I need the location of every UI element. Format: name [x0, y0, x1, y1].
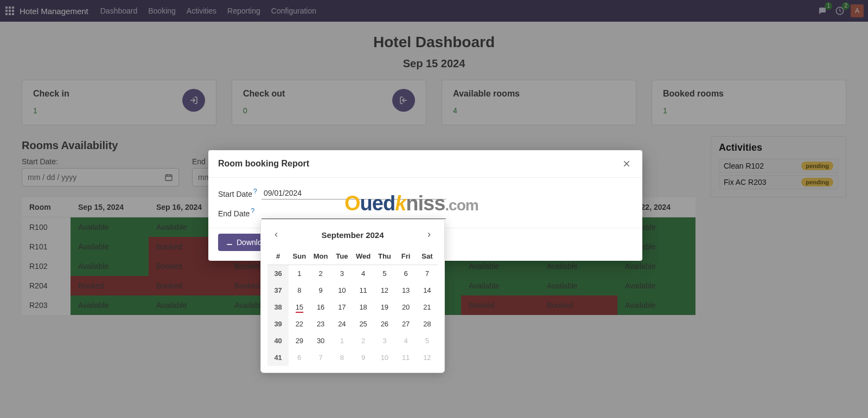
picker-day[interactable]: 4 — [353, 265, 374, 282]
picker-dow-header: Thu — [374, 248, 395, 265]
picker-day[interactable]: 10 — [331, 282, 353, 299]
picker-day[interactable]: 1 — [289, 265, 310, 282]
picker-day[interactable]: 14 — [417, 282, 438, 299]
picker-day[interactable]: 5 — [374, 265, 395, 282]
modal-title: Room booking Report — [218, 159, 309, 169]
picker-dow-header: Sat — [417, 248, 438, 265]
picker-day[interactable]: 2 — [310, 265, 331, 282]
modal-start-date-label: Start Date? — [218, 188, 261, 198]
close-icon — [622, 159, 631, 168]
picker-day[interactable]: 27 — [395, 316, 417, 332]
picker-day[interactable]: 22 — [289, 316, 310, 332]
picker-week-number: 37 — [267, 282, 289, 299]
picker-day[interactable]: 13 — [395, 282, 417, 299]
picker-day[interactable]: 3 — [331, 265, 353, 282]
picker-week-number: 38 — [267, 299, 289, 316]
modal-end-date-input[interactable] — [261, 206, 446, 219]
picker-dow-header: Mon — [310, 248, 331, 265]
picker-day[interactable]: 17 — [331, 299, 353, 316]
modal-close-button[interactable] — [621, 158, 633, 170]
modal-start-date-input[interactable] — [261, 187, 446, 200]
picker-day[interactable]: 6 — [289, 349, 310, 366]
date-picker: September 2024 #SunMonTueWedThuFriSat 36… — [260, 219, 445, 373]
download-icon — [226, 239, 233, 246]
picker-dow-header: Fri — [395, 248, 417, 265]
picker-day[interactable]: 9 — [353, 349, 374, 366]
picker-week-number: 36 — [267, 265, 289, 282]
picker-day[interactable]: 11 — [353, 282, 374, 299]
picker-day[interactable]: 30 — [310, 332, 331, 349]
picker-day[interactable]: 9 — [310, 282, 331, 299]
picker-next-button[interactable] — [423, 228, 436, 241]
picker-day[interactable]: 6 — [395, 265, 417, 282]
picker-dow-header: Wed — [353, 248, 374, 265]
picker-day[interactable]: 12 — [374, 282, 395, 299]
picker-day[interactable]: 10 — [374, 349, 395, 366]
picker-day[interactable]: 8 — [331, 349, 353, 366]
picker-day[interactable]: 24 — [331, 316, 353, 332]
picker-day[interactable]: 25 — [353, 316, 374, 332]
picker-week-number: 41 — [267, 349, 289, 366]
picker-week-number: 39 — [267, 316, 289, 332]
chevron-right-icon — [425, 231, 433, 239]
picker-week-number: 40 — [267, 332, 289, 349]
picker-day[interactable]: 18 — [353, 299, 374, 316]
picker-day[interactable]: 4 — [395, 332, 417, 349]
picker-day[interactable]: 7 — [310, 349, 331, 366]
modal-end-date-label: End Date? — [218, 207, 261, 218]
picker-grid: #SunMonTueWedThuFriSat 36123456737891011… — [267, 248, 438, 366]
picker-month-label[interactable]: September 2024 — [321, 230, 384, 240]
picker-dow-header: # — [267, 248, 289, 265]
picker-day[interactable]: 12 — [417, 349, 438, 366]
picker-day[interactable]: 29 — [289, 332, 310, 349]
chevron-left-icon — [272, 231, 280, 239]
picker-day[interactable]: 15 — [289, 299, 310, 316]
picker-day[interactable]: 16 — [310, 299, 331, 316]
picker-day[interactable]: 7 — [417, 265, 438, 282]
picker-day[interactable]: 19 — [374, 299, 395, 316]
picker-day[interactable]: 3 — [374, 332, 395, 349]
picker-day[interactable]: 28 — [417, 316, 438, 332]
picker-day[interactable]: 2 — [353, 332, 374, 349]
picker-day[interactable]: 5 — [417, 332, 438, 349]
picker-dow-header: Sun — [289, 248, 310, 265]
picker-day[interactable]: 23 — [310, 316, 331, 332]
picker-day[interactable]: 11 — [395, 349, 417, 366]
picker-day[interactable]: 1 — [331, 332, 353, 349]
picker-dow-header: Tue — [331, 248, 353, 265]
picker-prev-button[interactable] — [270, 228, 283, 241]
picker-day[interactable]: 21 — [417, 299, 438, 316]
picker-day[interactable]: 20 — [395, 299, 417, 316]
picker-day[interactable]: 26 — [374, 316, 395, 332]
picker-day[interactable]: 8 — [289, 282, 310, 299]
